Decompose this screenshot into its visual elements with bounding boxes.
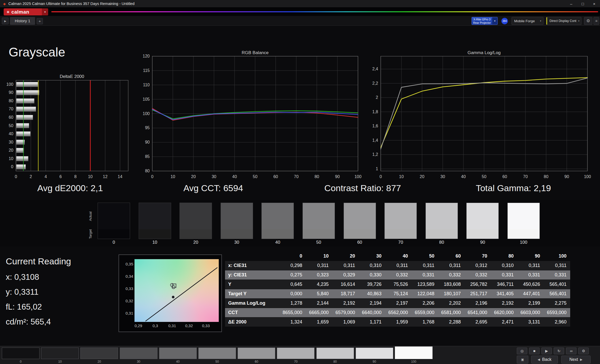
source-select[interactable]: Mobile Forge ▾ (512, 17, 543, 25)
table-cell: 565,401 (544, 280, 570, 289)
level-button-100[interactable]: 100 (395, 346, 433, 364)
total-gamma-stat: Total Gamma: 2,19 (435, 183, 592, 193)
svg-text:10: 10 (399, 174, 404, 179)
display-control-select[interactable]: Direct Display Control ▾ (546, 17, 581, 25)
settings-icon: ⚙ (582, 349, 585, 353)
table-cell: 0,331 (491, 270, 517, 280)
table-cell: 447,401 (517, 289, 544, 298)
play-icon: ▶ (545, 349, 548, 353)
level-button-10[interactable]: 10 (41, 346, 79, 364)
contrast-ratio-stat: Contrast Ratio: 877 (284, 183, 441, 193)
table-cell: 6562,000 (385, 308, 412, 317)
meter-button[interactable]: ◎ (517, 348, 527, 354)
back-button[interactable]: ◀ Back (531, 356, 558, 363)
table-row: Gamma Log/Log1,2782,1442,1922,1942,1972,… (225, 299, 570, 308)
meter-select[interactable]: X-Rite i1Pro 3 Rear Projector ▾ (472, 17, 498, 25)
level-button-80[interactable]: 80 (316, 346, 354, 364)
level-button-40[interactable]: 40 (159, 346, 197, 364)
table-row-label: Target Y (225, 289, 279, 298)
swatch-tile (261, 203, 294, 239)
play-button[interactable]: ▶ (541, 348, 552, 354)
table-header-cell: 0 (279, 252, 306, 261)
settings-button[interactable]: ⚙ (578, 348, 589, 354)
level-button-50[interactable]: 50 (198, 346, 236, 364)
rainbow-divider (51, 11, 598, 12)
table-row: x: CIE310,2980,3110,3110,3100,3110,3110,… (225, 261, 570, 270)
table-cell: 0,645 (279, 280, 306, 289)
level-label: 90 (356, 360, 393, 363)
swatch-level-label: 100 (507, 240, 540, 245)
infinity-button[interactable]: ∞ (566, 348, 576, 354)
minimize-button[interactable]: – (565, 0, 577, 8)
maximize-button[interactable]: □ (577, 0, 588, 8)
level-button-60[interactable]: 60 (238, 346, 275, 364)
table-cell: 6581,000 (438, 308, 464, 317)
swatch-target-patch (385, 229, 417, 239)
svg-text:8: 8 (74, 174, 77, 179)
table-cell: 16,614 (332, 280, 359, 289)
level-button-30[interactable]: 30 (120, 346, 158, 364)
stop-button[interactable]: ■ (529, 348, 540, 354)
cie-x-tick-label: 0,33 (200, 323, 212, 328)
loop-button[interactable]: ↻ (554, 348, 564, 354)
svg-text:30: 30 (440, 174, 445, 179)
gamma-line-chart: 010203040506070809010011,21,41,61,822,22… (368, 54, 590, 180)
level-button-0[interactable]: 0 (2, 346, 40, 364)
table-cell: 2,194 (359, 299, 385, 308)
swatch-tile (180, 203, 212, 239)
target-row-label: Target (88, 229, 92, 239)
table-row-label: Gamma Log/Log (225, 299, 279, 308)
swatch-target-patch (303, 229, 335, 239)
svg-text:2,2: 2,2 (372, 81, 378, 86)
calman-logo-menu[interactable]: ∗ calman ▾ (4, 8, 48, 15)
swatch-tile (221, 203, 253, 239)
table-cell: 1,324 (279, 317, 306, 327)
swatch-target-patch (344, 229, 376, 239)
table-cell: 6665,000 (306, 308, 332, 317)
meter-icon: ◎ (520, 349, 524, 353)
table-cell: 1,768 (412, 317, 438, 327)
svg-text:1: 1 (376, 167, 378, 171)
loop-icon: ↻ (557, 349, 560, 353)
table-cell: 2,275 (544, 299, 570, 308)
history-expand-button[interactable]: ▶ (2, 18, 9, 24)
table-cell: 450,626 (517, 280, 544, 289)
rgb-balance-line-chart: 0102030405060708090100808590951001051101… (139, 54, 361, 180)
pages-icon: ▣ (521, 358, 524, 361)
close-button[interactable]: × (588, 0, 600, 8)
svg-text:105: 105 (143, 97, 150, 101)
cie-x-tick-label: 0,29 (133, 323, 144, 328)
level-button-70[interactable]: 70 (277, 346, 315, 364)
swatch-actual-patch (303, 203, 335, 229)
level-button-90[interactable]: 90 (356, 346, 393, 364)
table-row-label: x: CIE31 (225, 261, 279, 270)
table-cell: 2,196 (464, 299, 491, 308)
svg-text:4: 4 (44, 174, 47, 179)
level-button-20[interactable]: 20 (80, 346, 118, 364)
svg-text:80: 80 (315, 174, 319, 179)
svg-text:10: 10 (88, 174, 93, 179)
svg-text:110: 110 (143, 83, 150, 87)
table-cell: 123,589 (412, 280, 438, 289)
table-cell: 565,401 (544, 289, 570, 298)
svg-text:50: 50 (482, 174, 486, 179)
level-label: 100 (395, 360, 433, 363)
swatch-level-label: 0 (98, 240, 130, 245)
page-title: Grayscale (9, 45, 65, 59)
back-label: Back (542, 357, 552, 362)
level-label: 70 (277, 360, 315, 363)
swatch-tile (344, 203, 376, 239)
tab-history-1[interactable]: History 1 (10, 17, 35, 25)
add-tab-button[interactable]: + (37, 18, 43, 24)
settings-button[interactable]: ⚙ (584, 17, 592, 25)
logo-bar: ∗ calman ▾ (0, 8, 600, 16)
swatch-target-patch (508, 229, 540, 239)
table-cell: 6541,000 (464, 308, 491, 317)
table-cell: 0,312 (464, 261, 491, 270)
layout-button[interactable]: ▣ (517, 356, 528, 363)
reading-fl: fL: 165,02 (6, 302, 42, 312)
cie-y-tick-label: 0,34 (120, 274, 133, 278)
table-cell: 1,171 (359, 317, 385, 327)
panel-toggle-button[interactable]: ≡ (593, 17, 599, 25)
next-button[interactable]: Next ▶ (561, 356, 591, 363)
